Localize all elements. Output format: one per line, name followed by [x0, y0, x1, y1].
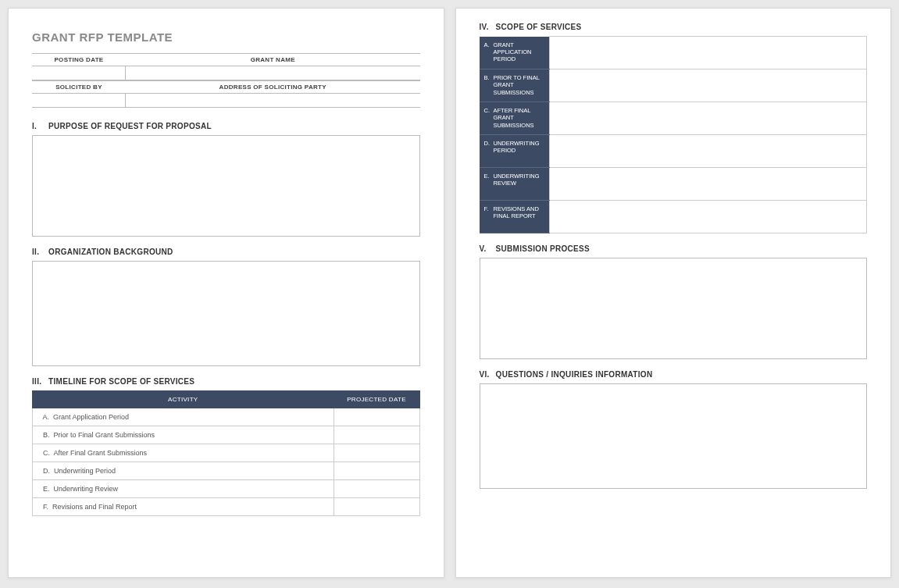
purpose-box[interactable]: [32, 135, 420, 237]
section-3-heading: III. TIMELINE FOR SCOPE OF SERVICES: [32, 377, 420, 386]
activity-cell: B. Prior to Final Grant Submissions: [33, 426, 334, 444]
col-projected-date: PROJECTED DATE: [334, 391, 419, 408]
activity-cell: C. After Final Grant Submissions: [33, 444, 334, 462]
section-1-heading: I. PURPOSE OF REQUEST FOR PROPOSAL: [32, 122, 420, 130]
section-4-heading: IV. SCOPE OF SERVICES: [480, 23, 868, 31]
activity-cell: F. Revisions and Final Report: [33, 498, 334, 516]
table-row: E. Underwriting Review: [33, 480, 420, 498]
document-title: GRANT RFP TEMPLATE: [32, 30, 420, 44]
section-5-heading: V. SUBMISSION PROCESS: [480, 244, 868, 253]
solicited-by-value[interactable]: [32, 94, 126, 108]
table-row: D. Underwriting Period: [33, 462, 420, 480]
table-row: B. Prior to Final Grant Submissions: [33, 426, 420, 444]
table-row: E.UNDERWRITING REVIEW: [480, 168, 867, 201]
projected-date-cell[interactable]: [334, 426, 419, 444]
table-row: B.PRIOR TO FINAL GRANT SUBMISSIONS: [480, 69, 867, 102]
table-row: A.GRANT APPLICATION PERIOD: [480, 37, 867, 69]
scope-value-cell[interactable]: [550, 168, 867, 201]
scope-label-cell: E.UNDERWRITING REVIEW: [480, 168, 550, 201]
background-box[interactable]: [32, 261, 420, 366]
scope-value-cell[interactable]: [550, 37, 867, 69]
projected-date-cell[interactable]: [334, 480, 419, 498]
table-row: F.REVISIONS AND FINAL REPORT: [480, 201, 867, 233]
projected-date-cell[interactable]: [334, 408, 419, 426]
table-row: A. Grant Application Period: [33, 408, 420, 426]
section-6-heading: VI. QUESTIONS / INQUIRIES INFORMATION: [480, 370, 868, 379]
scope-value-cell[interactable]: [550, 69, 867, 102]
table-row: D.UNDERWRITING PERIOD: [480, 135, 867, 168]
activity-cell: A. Grant Application Period: [33, 408, 334, 426]
header-table: POSTING DATE GRANT NAME SOLICITED BY ADD…: [32, 53, 420, 108]
scope-value-cell[interactable]: [550, 201, 867, 233]
scope-value-cell[interactable]: [550, 102, 867, 135]
page-1: GRANT RFP TEMPLATE POSTING DATE GRANT NA…: [8, 8, 444, 578]
table-row: F. Revisions and Final Report: [33, 498, 420, 516]
projected-date-cell[interactable]: [334, 498, 419, 516]
scope-label-cell: B.PRIOR TO FINAL GRANT SUBMISSIONS: [480, 69, 550, 102]
projected-date-cell[interactable]: [334, 444, 419, 462]
address-label: ADDRESS OF SOLICITING PARTY: [126, 80, 420, 94]
solicited-by-label: SOLICITED BY: [32, 80, 126, 94]
scope-value-cell[interactable]: [550, 135, 867, 168]
table-row: C. After Final Grant Submissions: [33, 444, 420, 462]
scope-label-cell: A.GRANT APPLICATION PERIOD: [480, 37, 550, 69]
scope-label-cell: F.REVISIONS AND FINAL REPORT: [480, 201, 550, 233]
section-2-heading: II. ORGANIZATION BACKGROUND: [32, 248, 420, 256]
submission-box[interactable]: [480, 258, 868, 359]
page-2: IV. SCOPE OF SERVICES A.GRANT APPLICATIO…: [455, 8, 892, 578]
activity-cell: D. Underwriting Period: [33, 462, 334, 480]
timeline-table: ACTIVITY PROJECTED DATE A. Grant Applica…: [32, 390, 420, 516]
col-activity: ACTIVITY: [33, 391, 334, 408]
grant-name-label: GRANT NAME: [126, 53, 420, 66]
scope-label-cell: D.UNDERWRITING PERIOD: [480, 135, 550, 168]
table-row: C.AFTER FINAL GRANT SUBMISSIONS: [480, 102, 867, 135]
activity-cell: E. Underwriting Review: [33, 480, 334, 498]
posting-date-label: POSTING DATE: [32, 53, 126, 66]
inquiries-box[interactable]: [480, 383, 868, 489]
projected-date-cell[interactable]: [334, 462, 419, 480]
grant-name-value[interactable]: [126, 66, 420, 80]
scope-label-cell: C.AFTER FINAL GRANT SUBMISSIONS: [480, 102, 550, 135]
address-value[interactable]: [126, 94, 420, 108]
posting-date-value[interactable]: [32, 66, 126, 80]
scope-table: A.GRANT APPLICATION PERIODB.PRIOR TO FIN…: [480, 36, 868, 233]
